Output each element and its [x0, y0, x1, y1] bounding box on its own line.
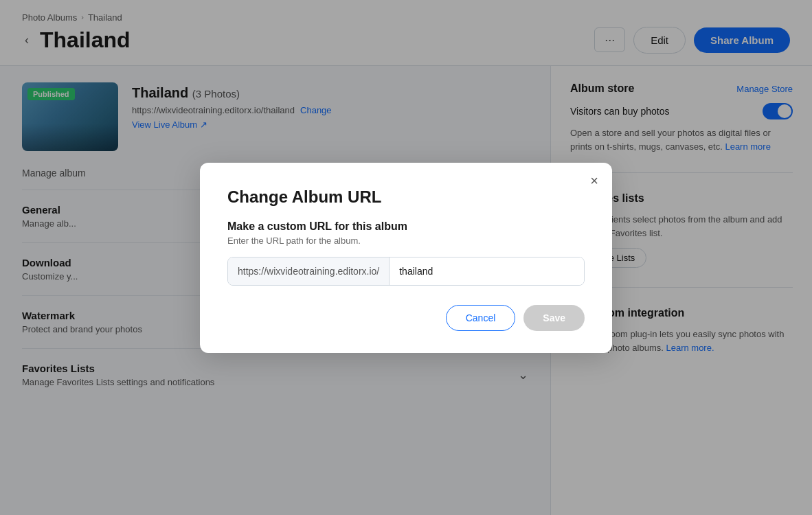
change-album-url-modal: × Change Album URL Make a custom URL for…	[200, 163, 612, 353]
url-prefix: https://wixvideotraining.editorx.io/	[228, 258, 390, 285]
cancel-button[interactable]: Cancel	[446, 305, 516, 331]
save-button[interactable]: Save	[523, 305, 585, 331]
modal-title: Change Album URL	[227, 187, 585, 207]
url-input-row: https://wixvideotraining.editorx.io/	[227, 257, 585, 286]
url-path-input[interactable]	[390, 258, 584, 285]
modal-subtitle: Make a custom URL for this album	[227, 220, 585, 233]
modal-close-button[interactable]: ×	[590, 174, 598, 187]
modal-hint: Enter the URL path for the album.	[227, 236, 585, 246]
modal-actions: Cancel Save	[227, 305, 585, 331]
modal-overlay: × Change Album URL Make a custom URL for…	[0, 0, 812, 515]
